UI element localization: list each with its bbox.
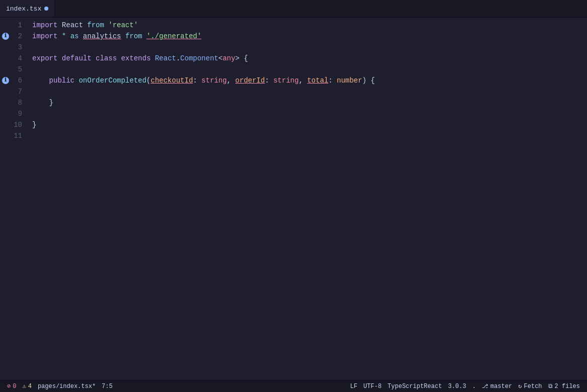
code-line: } — [32, 97, 587, 108]
token: > { — [235, 53, 248, 64]
token: React — [155, 53, 176, 64]
line-number: 6 — [18, 75, 22, 86]
token: string — [201, 75, 227, 86]
code-line — [32, 108, 587, 119]
code-line — [32, 64, 587, 75]
code-area: 1ℹ2345ℹ67891011 import React from 'react… — [0, 18, 587, 380]
token: number — [337, 75, 362, 86]
gutter-line: 8 — [0, 97, 22, 108]
dot-separator: . — [469, 380, 479, 392]
token: total — [307, 75, 328, 86]
code-line: export default class extends React.Compo… — [32, 53, 587, 64]
token — [66, 31, 70, 42]
token: as — [70, 31, 79, 42]
token: onOrderCompleted — [79, 75, 146, 86]
warning-number: 4 — [28, 383, 32, 390]
gutter-line: 1 — [0, 20, 22, 31]
token — [121, 31, 125, 42]
token: analytics — [83, 31, 121, 42]
gutter-line: 9 — [0, 108, 22, 119]
token: : — [265, 75, 273, 86]
token — [92, 53, 96, 64]
tab-modified-dot — [44, 7, 48, 11]
encoding[interactable]: UTF-8 — [360, 380, 385, 392]
token: ) { — [362, 75, 375, 86]
token: default — [62, 53, 92, 64]
info-icon[interactable]: ℹ — [2, 77, 9, 84]
gutter-line: ℹ2 — [0, 31, 22, 42]
line-number: 8 — [18, 97, 22, 108]
dot-text: . — [472, 383, 476, 390]
error-icon: ⊘ — [7, 382, 11, 390]
version-item[interactable]: 3.0.3 — [445, 380, 469, 392]
gutter-line: 3 — [0, 42, 22, 53]
token: import — [32, 20, 57, 31]
filepath-item[interactable]: pages/index.tsx* — [35, 380, 99, 392]
tab-index-tsx[interactable]: index.tsx — [0, 0, 55, 17]
line-number: 4 — [18, 53, 22, 64]
code-line — [32, 42, 587, 53]
gutter-line: ℹ6 — [0, 75, 22, 86]
line-number: 11 — [14, 130, 22, 141]
info-icon[interactable]: ℹ — [2, 33, 9, 40]
token: : — [193, 75, 201, 86]
token — [142, 31, 146, 42]
token: , — [299, 75, 307, 86]
code-editor: 1ℹ2345ℹ67891011 import React from 'react… — [0, 18, 587, 380]
fetch-item[interactable]: ↻ Fetch — [515, 380, 545, 392]
encoding-text: UTF-8 — [363, 383, 382, 390]
token: import — [32, 31, 57, 42]
token: public — [49, 75, 75, 86]
token — [104, 20, 108, 31]
language-text: TypeScriptReact — [388, 383, 442, 390]
token: ( — [146, 75, 151, 86]
token — [151, 53, 155, 64]
token — [117, 53, 121, 64]
line-number: 1 — [18, 20, 22, 31]
files-item[interactable]: ⧉ 2 files — [545, 380, 583, 392]
token: , — [227, 75, 236, 86]
token: * — [62, 31, 66, 42]
token — [32, 75, 49, 86]
gutter-line: 5 — [0, 64, 22, 75]
line-number: 7 — [18, 86, 22, 97]
branch-icon: ⎇ — [482, 383, 488, 389]
line-ending-text: LF — [350, 383, 357, 390]
token: } — [32, 97, 53, 108]
files-icon: ⧉ — [548, 383, 553, 390]
token: from — [87, 20, 104, 31]
line-numbers: 1ℹ2345ℹ67891011 — [0, 20, 30, 380]
line-number: 9 — [18, 108, 22, 119]
error-count[interactable]: ⊘ 0 — [4, 380, 19, 392]
filepath-text: pages/index.tsx* — [38, 383, 96, 390]
token: string — [273, 75, 299, 86]
token: React — [57, 20, 87, 31]
line-ending[interactable]: LF — [347, 380, 360, 392]
version-text: 3.0.3 — [448, 383, 466, 390]
code-line — [32, 130, 587, 141]
files-label: 2 files — [555, 383, 580, 390]
cursor-position[interactable]: 7:5 — [99, 380, 116, 392]
branch-text: master — [490, 383, 512, 390]
language-mode[interactable]: TypeScriptReact — [385, 380, 445, 392]
fetch-label: Fetch — [524, 383, 542, 390]
code-content[interactable]: import React from 'react'import * as ana… — [30, 20, 587, 380]
line-number: 5 — [18, 64, 22, 75]
warning-count[interactable]: ⚠ 4 — [19, 380, 34, 392]
status-bar: ⊘ 0 ⚠ 4 pages/index.tsx* 7:5 LF UTF-8 Ty… — [0, 380, 587, 392]
token — [75, 75, 79, 86]
gutter-line: 11 — [0, 130, 22, 141]
gutter-line: 7 — [0, 86, 22, 97]
error-number: 0 — [13, 383, 16, 390]
token: orderId — [235, 75, 265, 86]
tab-bar: index.tsx — [0, 0, 587, 18]
line-number: 3 — [18, 42, 22, 53]
token: checkoutId — [151, 75, 193, 86]
token: Component — [180, 53, 218, 64]
token: from — [125, 31, 142, 42]
line-number: 10 — [14, 119, 22, 130]
token: } — [32, 119, 36, 130]
token — [57, 53, 61, 64]
token: < — [218, 53, 223, 64]
branch-item[interactable]: ⎇ master — [479, 380, 515, 392]
